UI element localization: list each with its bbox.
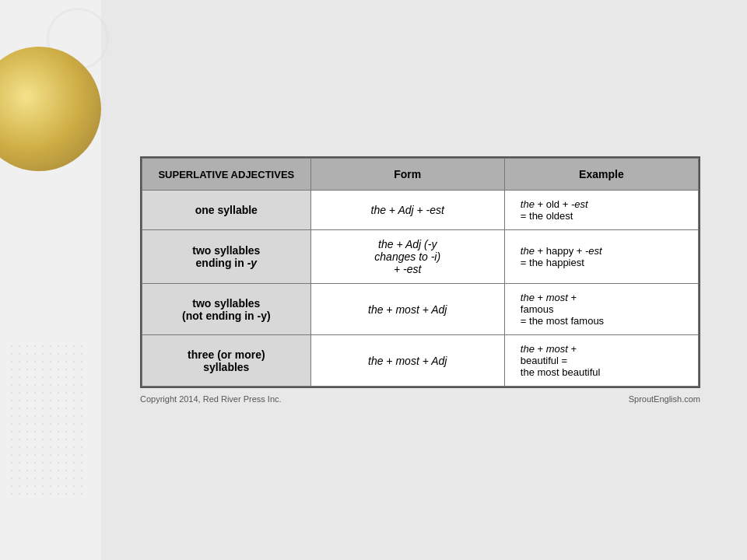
form-two-syllables-not-y: the + most + Adj <box>310 284 504 335</box>
header-col2: Form <box>310 159 504 191</box>
category-three-syllables: three (or more)syllables <box>142 335 311 387</box>
header-col1: SUPERLATIVE ADJECTIVES <box>142 159 311 191</box>
copyright-bar: Copyright 2014, Red River Press Inc. Spr… <box>140 394 700 404</box>
example-two-syllables-not-y: the + most +famous= the most famous <box>504 284 698 335</box>
table-row: two syllablesending in -y the + Adj (-yc… <box>142 230 699 284</box>
header-col3: Example <box>504 159 698 191</box>
category-two-syllables-not-y: two syllables(not ending in -y) <box>142 284 311 335</box>
superlative-adjectives-table: SUPERLATIVE ADJECTIVES Form Example one … <box>142 158 699 387</box>
example-one-syllable: the + old + -est= the oldest <box>504 191 698 230</box>
example-two-syllables-y: the + happy + -est= the happiest <box>504 230 698 284</box>
main-content: SUPERLATIVE ADJECTIVES Form Example one … <box>101 16 739 544</box>
form-two-syllables-y: the + Adj (-ychanges to -i)+ -est <box>310 230 504 284</box>
category-one-syllable: one syllable <box>142 191 311 230</box>
category-two-syllables-y: two syllablesending in -y <box>142 230 311 284</box>
copyright-right: SproutEnglish.com <box>629 394 700 404</box>
table-container: SUPERLATIVE ADJECTIVES Form Example one … <box>140 156 700 388</box>
form-three-syllables: the + most + Adj <box>310 335 504 387</box>
example-three-syllables: the + most +beautiful =the most beautifu… <box>504 335 698 387</box>
table-header-row: SUPERLATIVE ADJECTIVES Form Example <box>142 159 699 191</box>
copyright-left: Copyright 2014, Red River Press Inc. <box>140 394 282 404</box>
table-row: one syllable the + Adj + -est the + old … <box>142 191 699 230</box>
table-row: three (or more)syllables the + most + Ad… <box>142 335 699 387</box>
dots-pattern-decoration <box>8 342 86 498</box>
table-row: two syllables(not ending in -y) the + mo… <box>142 284 699 335</box>
form-one-syllable: the + Adj + -est <box>310 191 504 230</box>
